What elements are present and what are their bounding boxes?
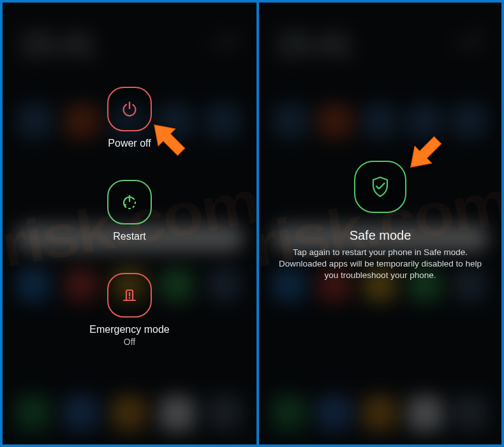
screenshot-left: 15:41 8°Cloudy risk.com Power off <box>3 3 256 444</box>
restart-option[interactable]: Restart <box>107 180 152 242</box>
restart-icon <box>119 192 140 212</box>
safe-mode-description: Tap again to restart your phone in Safe … <box>278 247 482 282</box>
power-icon <box>120 99 139 119</box>
shield-check-icon <box>367 174 393 200</box>
restart-icon-container <box>107 180 152 224</box>
emergency-mode-option[interactable]: Emergency mode Off <box>89 273 169 347</box>
power-menu: Power off Restart <box>3 87 256 347</box>
svg-point-8 <box>129 297 131 299</box>
safe-mode-title: Safe mode <box>350 228 411 243</box>
power-off-option[interactable]: Power off <box>107 87 152 149</box>
restart-label: Restart <box>113 231 146 242</box>
power-off-label: Power off <box>108 138 151 149</box>
safe-mode-block: Safe mode Tap again to restart your phon… <box>259 161 501 282</box>
emergency-icon <box>120 286 139 305</box>
screenshot-right: 15:41 8°Cloudy risk.com Safe mode Tap ag… <box>259 3 501 444</box>
emergency-icon-container <box>107 273 152 318</box>
power-off-icon-container <box>107 87 152 131</box>
emergency-sublabel: Off <box>124 337 135 347</box>
emergency-label: Emergency mode <box>89 324 169 335</box>
safe-mode-option[interactable] <box>354 161 406 213</box>
